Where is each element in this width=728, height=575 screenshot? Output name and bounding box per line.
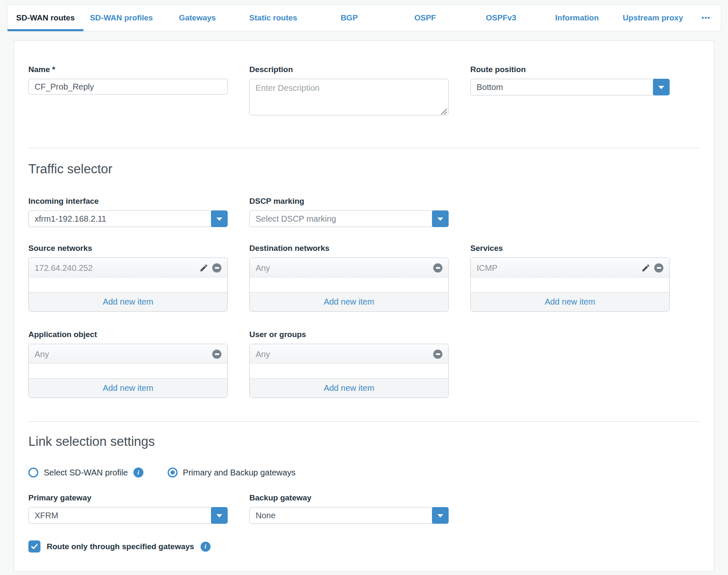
list-empty-area [250,364,448,378]
radio-label: Primary and Backup gateways [183,468,296,478]
description-textarea[interactable] [249,79,449,115]
radio-checked-icon[interactable] [168,468,178,478]
radio-primary-and-backup-gateways[interactable]: Primary and Backup gateways [168,468,296,478]
list-item-value: Any [256,263,270,273]
add-new-item-button[interactable]: Add new item [29,378,227,398]
tab-label: Upstream proxy [623,13,683,22]
chevron-down-icon [658,86,664,89]
radio-label: Select SD-WAN profile [44,468,128,478]
route-editor-card: Name * Description Route position Bottom… [14,40,714,572]
list-item: 172.64.240.252 [29,258,227,278]
tab-overflow-menu[interactable]: ••• [691,5,721,31]
info-icon[interactable]: i [201,542,211,552]
backup-gateway-select[interactable]: None [249,507,449,524]
dropdown-button[interactable] [653,79,670,95]
remove-icon[interactable] [212,350,221,359]
info-icon[interactable]: i [133,468,143,478]
name-field-group: Name * [28,65,228,95]
dropdown-button[interactable] [432,507,449,524]
application-object-listbox: Any Add new item [28,344,228,398]
services-group: Services ICMP Add new item [470,244,670,312]
route-only-checkbox-row: Route only through specified gateways i [28,540,700,552]
dscp-marking-select[interactable]: Select DSCP marking [249,210,449,227]
destination-networks-listbox: Any Add new item [249,258,449,312]
ellipsis-icon: ••• [702,14,710,22]
add-new-item-button[interactable]: Add new item [471,292,669,311]
tab-ospf[interactable]: OSPF [387,5,463,31]
primary-gateway-select[interactable]: XFRM [28,507,228,524]
list-item-value: 172.64.240.252 [35,263,93,273]
dscp-marking-group: DSCP marking Select DSCP marking [249,197,449,227]
incoming-interface-group: Incoming interface xfrm1-192.168.2.11 [28,197,228,227]
tab-label: OSPFv3 [486,13,516,22]
primary-gateway-group: Primary gateway XFRM [28,493,228,524]
checkbox-checked-icon[interactable] [28,540,40,552]
dropdown-button[interactable] [211,210,228,227]
primary-gateway-value: XFRM [35,511,58,520]
edit-icon[interactable] [641,263,650,272]
source-networks-group: Source networks 172.64.240.252 Add new i… [28,244,228,312]
name-label: Name * [28,65,228,74]
list-empty-area [29,278,227,292]
source-networks-listbox: 172.64.240.252 Add new item [28,258,228,312]
radio-unchecked-icon[interactable] [28,468,38,478]
remove-icon[interactable] [212,263,221,272]
chevron-down-icon [437,218,443,221]
list-item-value: Any [256,350,270,359]
traffic-selector-title: Traffic selector [28,162,700,177]
add-new-item-label: Add new item [103,297,153,307]
route-position-label: Route position [470,65,670,74]
tab-sd-wan-profiles[interactable]: SD-WAN profiles [83,5,159,31]
backup-gateway-group: Backup gateway None [249,493,449,524]
tab-gateways[interactable]: Gateways [159,5,235,31]
services-listbox: ICMP Add new item [470,258,670,312]
incoming-interface-value: xfrm1-192.168.2.11 [35,214,106,224]
destination-networks-label: Destination networks [249,244,449,253]
add-new-item-label: Add new item [103,383,153,393]
application-object-label: Application object [28,330,228,339]
incoming-interface-select[interactable]: xfrm1-192.168.2.11 [28,210,228,227]
add-new-item-label: Add new item [545,297,595,307]
remove-icon[interactable] [433,350,442,359]
tab-information[interactable]: Information [539,5,615,31]
add-new-item-button[interactable]: Add new item [29,292,227,311]
description-field-group: Description [249,65,449,117]
source-networks-label: Source networks [28,244,228,253]
dscp-marking-label: DSCP marking [249,197,449,206]
tab-ospfv3[interactable]: OSPFv3 [463,5,539,31]
add-new-item-button[interactable]: Add new item [250,292,448,311]
description-label: Description [249,65,449,74]
primary-gateway-label: Primary gateway [28,493,228,502]
dropdown-button[interactable] [211,507,228,524]
edit-icon[interactable] [199,263,208,272]
remove-icon[interactable] [654,263,663,272]
remove-icon[interactable] [433,263,442,272]
list-empty-area [250,278,448,292]
chevron-down-icon [437,514,443,518]
section-divider [28,148,700,148]
dropdown-button[interactable] [432,210,449,227]
dscp-marking-placeholder: Select DSCP marking [256,214,336,224]
tab-sd-wan-routes[interactable]: SD-WAN routes [8,5,83,31]
incoming-interface-label: Incoming interface [28,197,228,206]
backup-gateway-label: Backup gateway [249,493,449,502]
route-position-field-group: Route position Bottom [470,65,670,95]
application-object-group: Application object Any Add new item [28,330,228,398]
route-position-select[interactable]: Bottom [470,79,670,95]
section-divider [28,421,700,422]
tab-label: SD-WAN routes [16,13,75,22]
name-input[interactable] [28,79,228,95]
add-new-item-button[interactable]: Add new item [250,378,448,398]
radio-select-sd-wan-profile[interactable]: Select SD-WAN profile i [28,468,143,478]
chevron-down-icon [216,514,222,518]
tab-label: BGP [341,13,358,22]
list-item-value: Any [35,350,49,359]
chevron-down-icon [216,218,222,221]
route-only-checkbox-label: Route only through specified gateways [47,542,194,551]
tab-label: OSPF [414,13,436,22]
tab-upstream-proxy[interactable]: Upstream proxy [615,5,691,31]
list-item-value: ICMP [477,263,497,273]
tab-bgp[interactable]: BGP [311,5,387,31]
tab-static-routes[interactable]: Static routes [235,5,311,31]
route-position-value: Bottom [477,82,503,92]
